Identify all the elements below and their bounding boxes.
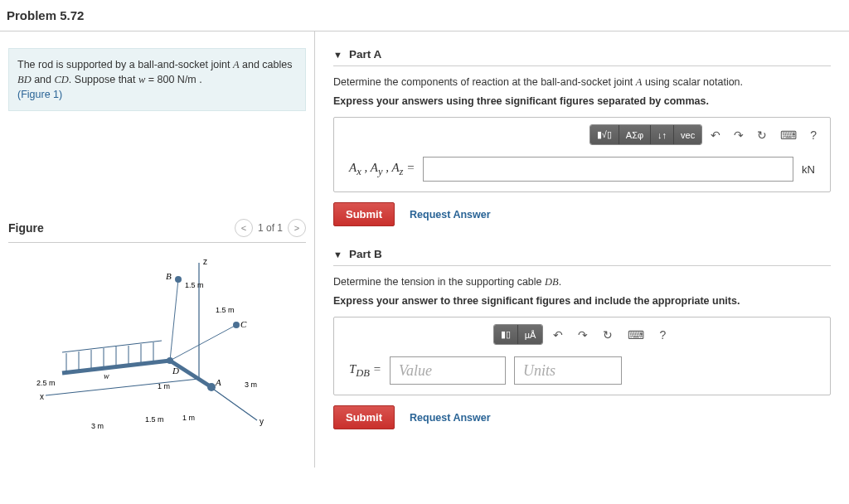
lbl-25: 2.5 m <box>36 379 56 387</box>
lbl-z: z <box>203 257 207 266</box>
reset-icon[interactable]: ↻ <box>752 125 772 145</box>
txt: The rod is supported by a ball-and-socke… <box>17 59 233 70</box>
lbl-B: B <box>166 271 172 281</box>
lbl-15c: 1.5 m <box>145 415 164 424</box>
part-b: ▼ Part B Determine the tension in the su… <box>333 248 831 429</box>
problem-statement: The rod is supported by a ball-and-socke… <box>8 48 306 111</box>
part-b-header[interactable]: ▼ Part B <box>333 248 831 266</box>
lbl-1b: 1 m <box>182 414 195 422</box>
figure-link[interactable]: (Figure 1) <box>17 89 62 100</box>
part-a-submit-row: Submit Request Answer <box>333 202 831 226</box>
figure-image: z x y <box>8 243 306 439</box>
template-btn[interactable]: ▮√▯ <box>590 125 619 144</box>
svg-line-7 <box>62 341 162 352</box>
keyboard-icon[interactable]: ⌨ <box>775 125 802 145</box>
figure-header: Figure < 1 of 1 > <box>8 219 306 243</box>
caret-down-icon: ▼ <box>333 50 342 60</box>
redo-icon[interactable]: ↷ <box>729 125 749 145</box>
part-a: ▼ Part A Determine the components of rea… <box>333 48 831 226</box>
part-a-unit: kN <box>802 163 815 176</box>
svg-line-2 <box>46 379 199 395</box>
toolbar-a: ▮√▯ ΑΣφ ↓↑ vec ↶ ↷ ↻ ⌨ ? <box>342 124 822 145</box>
part-a-varlabel: Ax , Ay , Az = <box>349 161 415 178</box>
part-a-answer-box: ▮√▯ ΑΣφ ↓↑ vec ↶ ↷ ↻ ⌨ ? Ax , Ay , Az = … <box>333 117 831 192</box>
main-container: The rod is supported by a ball-and-socke… <box>0 32 849 468</box>
part-a-prompt: Determine the components of reaction at … <box>333 76 831 89</box>
part-b-submit-row: Submit Request Answer <box>333 405 831 429</box>
symbols-btn[interactable]: ΑΣφ <box>619 125 651 144</box>
undo-icon[interactable]: ↶ <box>548 325 568 345</box>
figure-pager: < 1 of 1 > <box>235 219 306 237</box>
caret-down-icon: ▼ <box>333 250 342 259</box>
svg-point-16 <box>175 276 182 283</box>
svg-point-19 <box>207 383 216 391</box>
svg-line-5 <box>170 279 178 361</box>
txt: = 800 N/m . <box>145 74 201 85</box>
part-a-input[interactable] <box>423 157 793 182</box>
lbl-A: A <box>215 377 221 387</box>
pager-text: 1 of 1 <box>258 222 283 234</box>
pager-prev[interactable]: < <box>235 219 253 237</box>
lbl-x: x <box>40 392 44 401</box>
part-a-header[interactable]: ▼ Part A <box>333 48 831 66</box>
part-b-instruct: Express your answer to three significant… <box>333 295 831 307</box>
txt: and cables <box>240 59 293 70</box>
lbl-3b: 3 m <box>245 380 257 389</box>
lbl-C: C <box>240 319 247 329</box>
right-column: ▼ Part A Determine the components of rea… <box>315 32 849 468</box>
subscript-btn[interactable]: ↓↑ <box>651 125 674 144</box>
lbl-3a: 3 m <box>91 422 104 430</box>
lbl-y: y <box>260 417 264 426</box>
left-column: The rod is supported by a ball-and-socke… <box>0 32 315 468</box>
part-b-varlabel: TDB = <box>349 362 381 380</box>
figure-heading: Figure <box>8 221 44 235</box>
help-icon[interactable]: ? <box>654 325 671 345</box>
pager-next[interactable]: > <box>288 219 306 237</box>
part-a-title: Part A <box>349 48 381 61</box>
toolbar-b: ▮▯ µÅ ↶ ↷ ↻ ⌨ ? <box>342 324 822 345</box>
part-b-title: Part B <box>349 248 382 260</box>
lbl-15a: 1.5 m <box>185 281 204 289</box>
figure-section: Figure < 1 of 1 > z x y <box>8 219 306 439</box>
value-input[interactable]: Value <box>390 356 506 385</box>
part-b-answer-box: ▮▯ µÅ ↶ ↷ ↻ ⌨ ? TDB = Value Units <box>333 317 831 395</box>
page-header: Problem 5.72 <box>0 0 849 32</box>
sym-A: A <box>233 59 240 70</box>
part-b-input-row: TDB = Value Units <box>342 356 822 385</box>
part-b-prompt: Determine the tension in the supporting … <box>333 276 831 288</box>
request-answer-a[interactable]: Request Answer <box>410 209 490 220</box>
units-btn[interactable]: µÅ <box>518 325 543 344</box>
part-a-instruct: Express your answers using three signifi… <box>333 95 831 107</box>
lbl-15b: 1.5 m <box>216 306 235 314</box>
vec-btn[interactable]: vec <box>674 125 701 144</box>
template-btn[interactable]: ▮▯ <box>494 325 518 344</box>
svg-line-6 <box>170 325 236 361</box>
part-a-input-row: Ax , Ay , Az = kN <box>342 157 822 182</box>
redo-icon[interactable]: ↷ <box>573 325 593 345</box>
keyboard-icon[interactable]: ⌨ <box>623 325 649 345</box>
help-icon[interactable]: ? <box>805 125 822 145</box>
diagram-svg: z x y <box>25 254 274 437</box>
txt: . Suppose that <box>69 74 138 85</box>
lbl-w: w <box>104 371 109 380</box>
svg-point-17 <box>233 322 240 328</box>
submit-button-b[interactable]: Submit <box>333 405 395 429</box>
lbl-1a: 1 m <box>158 382 170 390</box>
units-input[interactable]: Units <box>514 356 622 385</box>
lbl-D: D <box>172 366 179 376</box>
txt: and <box>32 74 55 85</box>
sym-CD: CD <box>54 74 68 85</box>
svg-point-18 <box>167 357 173 364</box>
submit-button-a[interactable]: Submit <box>333 202 395 226</box>
sym-BD: BD <box>17 74 32 85</box>
undo-icon[interactable]: ↶ <box>706 125 725 145</box>
problem-title: Problem 5.72 <box>7 8 842 22</box>
request-answer-b[interactable]: Request Answer <box>410 412 490 424</box>
reset-icon[interactable]: ↻ <box>598 325 618 345</box>
